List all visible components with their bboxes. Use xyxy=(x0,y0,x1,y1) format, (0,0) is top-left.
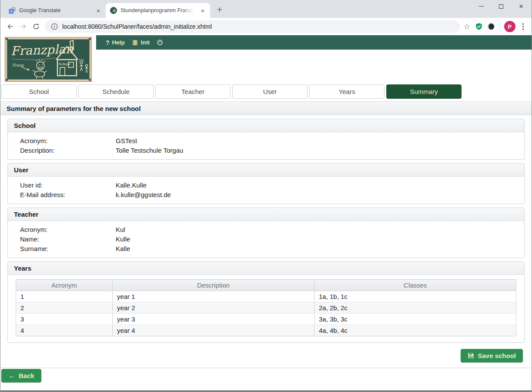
back-nav-icon[interactable] xyxy=(4,20,16,33)
tab-schedule[interactable]: Schedule xyxy=(78,84,154,99)
field-value: Kul xyxy=(116,226,524,233)
field-row: Acronym: GSTest xyxy=(8,136,524,145)
field-value: k.kulle@ggstest.de xyxy=(116,191,524,198)
field-label: Description: xyxy=(20,147,116,154)
forward-nav-icon[interactable] xyxy=(17,20,29,33)
field-label: Acronym: xyxy=(20,226,116,233)
years-table: Acronym Description Classes 1 year 1 1a,… xyxy=(16,279,516,336)
reload-icon[interactable] xyxy=(30,20,42,33)
help-label: Help xyxy=(112,39,125,46)
tab-years[interactable]: Years xyxy=(309,84,385,99)
cell-description: year 4 xyxy=(112,325,314,336)
franzplan-favicon: F xyxy=(110,7,117,14)
column-header-description: Description xyxy=(112,280,314,291)
table-row: 1 year 1 1a, 1b, 1c xyxy=(16,291,516,302)
url-text: localhost:8080/SchulPlaner/faces/admin_i… xyxy=(62,23,212,30)
school-panel-title: School xyxy=(8,119,524,132)
years-panel: Years Acronym Description Classes 1 year… xyxy=(7,261,525,343)
logout-menu-item[interactable] xyxy=(157,39,163,46)
field-row: Description: Tolle Testschule Torgau xyxy=(8,145,524,155)
google-translate-favicon: G xyxy=(9,7,16,14)
profile-avatar[interactable]: P xyxy=(504,21,515,32)
svg-text:Franz: Franz xyxy=(12,63,24,67)
info-icon xyxy=(51,23,58,30)
field-label: User id: xyxy=(20,181,116,189)
field-value: Kulle xyxy=(116,235,524,243)
back-arrow-icon: ← xyxy=(8,372,15,379)
back-label: Back xyxy=(19,372,34,379)
help-icon: ? xyxy=(106,39,110,46)
tab-teacher[interactable]: Teacher xyxy=(155,84,231,99)
save-school-label: Save school xyxy=(478,352,516,359)
browser-tab-bar: G Google Translate × F Stundenplanprogra… xyxy=(0,0,532,18)
power-icon xyxy=(157,39,163,46)
window-bottom-border xyxy=(0,390,532,392)
franzplan-logo: Franzplan Schule Franz xyxy=(5,37,92,82)
tab-user[interactable]: User xyxy=(232,84,308,99)
cell-acronym: 4 xyxy=(16,325,113,336)
cell-description: year 2 xyxy=(112,302,314,314)
field-value: GSTest xyxy=(116,137,524,144)
app-menubar: ? Help Init xyxy=(96,35,532,50)
years-panel-title: Years xyxy=(8,262,524,275)
browser-tab-google-translate[interactable]: G Google Translate × xyxy=(4,3,106,18)
address-bar[interactable]: localhost:8080/SchulPlaner/faces/admin_i… xyxy=(45,20,460,33)
column-header-classes: Classes xyxy=(314,280,516,291)
window-close-button[interactable]: × xyxy=(511,0,531,13)
cell-acronym: 1 xyxy=(16,291,113,302)
field-row: Acronym: Kul xyxy=(8,224,524,234)
browser-tab-franzplan[interactable]: F Stundenplanprogramm Franzplan × xyxy=(106,3,210,18)
user-panel: User User id: Kalle.Kulle E-Mail address… xyxy=(7,163,525,204)
database-icon xyxy=(132,39,138,46)
field-value: Kalle.Kulle xyxy=(116,181,524,189)
browser-window: G Google Translate × F Stundenplanprogra… xyxy=(0,0,532,392)
cell-description: year 3 xyxy=(112,314,314,325)
tab-title: Stundenplanprogramm Franzplan xyxy=(120,7,195,13)
back-button[interactable]: ← Back xyxy=(1,369,41,382)
field-row: Surname: Kalle xyxy=(8,244,524,253)
wizard-tabs: School Schedule Teacher User Years Summa… xyxy=(0,84,532,99)
bookmark-star-icon[interactable]: ☆ xyxy=(463,22,470,31)
school-panel: School Acronym: GSTest Description: Toll… xyxy=(7,119,525,160)
cell-acronym: 3 xyxy=(16,314,113,325)
cell-description: year 1 xyxy=(112,291,314,302)
save-row: Save school xyxy=(9,349,523,362)
field-label: E-Mail address: xyxy=(20,191,116,198)
tab-summary[interactable]: Summary xyxy=(386,84,462,99)
svg-text:Schule: Schule xyxy=(58,62,71,66)
tab-school[interactable]: School xyxy=(1,84,77,99)
page-title: Summary of parameters for the new school xyxy=(0,101,532,115)
toolbar-right: ☆ P xyxy=(463,21,528,32)
tab-close-icon[interactable]: × xyxy=(199,7,207,14)
app-content: ? Help Init xyxy=(0,35,532,382)
browser-toolbar: localhost:8080/SchulPlaner/faces/admin_i… xyxy=(0,18,532,35)
field-label: Surname: xyxy=(20,245,116,252)
tab-title: Google Translate xyxy=(19,7,91,13)
new-tab-button[interactable]: + xyxy=(214,3,226,16)
svg-text:G: G xyxy=(10,9,13,13)
tab-close-icon[interactable]: × xyxy=(94,7,102,14)
chrome-menu-icon[interactable] xyxy=(520,23,527,30)
cell-acronym: 2 xyxy=(16,302,113,314)
field-row: E-Mail address: k.kulle@ggstest.de xyxy=(8,190,524,199)
save-floppy-icon xyxy=(468,352,474,359)
teacher-panel: Teacher Acronym: Kul Name: Kulle Surname… xyxy=(7,208,525,258)
cell-classes: 1a, 1b, 1c xyxy=(314,291,516,302)
shield-extension-icon[interactable] xyxy=(475,23,483,30)
column-header-acronym: Acronym xyxy=(16,280,113,291)
field-value: Kalle xyxy=(116,245,524,252)
footer: ← Back xyxy=(0,368,532,382)
field-label: Acronym: xyxy=(20,137,116,144)
user-panel-title: User xyxy=(8,164,524,177)
init-menu-item[interactable]: Init xyxy=(132,39,150,46)
toolbar-divider xyxy=(499,22,500,31)
window-minimize-button[interactable] xyxy=(471,0,491,13)
init-label: Init xyxy=(141,39,150,46)
teacher-panel-title: Teacher xyxy=(8,208,524,221)
help-menu-item[interactable]: ? Help xyxy=(106,39,125,46)
window-controls: × xyxy=(471,0,531,13)
moon-extension-icon[interactable] xyxy=(487,23,495,30)
window-maximize-button[interactable] xyxy=(491,0,511,13)
years-header-row: Acronym Description Classes xyxy=(16,280,516,291)
save-school-button[interactable]: Save school xyxy=(461,349,523,362)
